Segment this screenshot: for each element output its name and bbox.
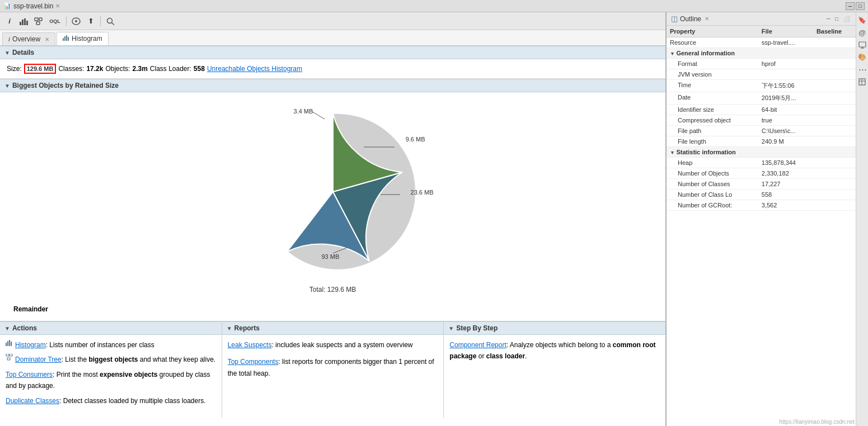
dominator-icon [6, 354, 13, 361]
table-row[interactable]: Number of Classes17,227 [667, 179, 856, 190]
details-section-header[interactable]: ▼ Details [0, 46, 665, 59]
table-row[interactable]: JVM version [667, 69, 856, 80]
tab-histogram[interactable]: Histogram [57, 32, 109, 45]
svg-rect-23 [6, 354, 9, 356]
histogram-tab-icon [63, 35, 69, 42]
action-top-consumers: Top Consumers: Print the most expensive … [6, 369, 216, 392]
svg-point-9 [107, 18, 112, 23]
remainder-label: Remainder [7, 302, 659, 316]
svg-rect-4 [35, 18, 38, 21]
oql-toolbar-btn[interactable]: OQL [47, 15, 63, 27]
biggest-chevron: ▼ [4, 83, 10, 89]
svg-rect-0 [20, 22, 21, 25]
histogram-toolbar-btn[interactable] [18, 15, 30, 27]
outline-maximize-btn[interactable]: ⬜ [841, 15, 851, 22]
table-sidebar-icon[interactable] [857, 76, 868, 87]
label-96mb: 9.6 MB [406, 136, 425, 143]
heap-toolbar-btn[interactable] [70, 15, 82, 27]
reports-header[interactable]: ▼ Reports [222, 322, 444, 335]
tab-close-title[interactable]: ✕ [55, 3, 60, 9]
label-34mb: 3.4 MB [294, 108, 313, 115]
svg-rect-14 [68, 37, 69, 41]
dominator-action-link[interactable]: Dominator Tree [15, 356, 62, 363]
objects-label: Objects: [105, 65, 130, 73]
outline-tab-close[interactable]: ✕ [705, 16, 709, 22]
title-bar-text: ssp-travel.bin [13, 2, 53, 10]
overview-tab-label: Overview [12, 35, 40, 43]
restore-btn[interactable]: □ [856, 2, 865, 10]
monitor-sidebar-icon[interactable] [857, 39, 868, 50]
dominator-toolbar-btn[interactable] [32, 15, 45, 27]
palette-sidebar-icon[interactable]: 🎨 [857, 51, 868, 63]
table-row[interactable]: File length240.9 M [667, 136, 856, 147]
table-row[interactable]: Number of Class Lo558 [667, 190, 856, 200]
col-property: Property [667, 26, 758, 37]
overview-tab-close[interactable]: ✕ [45, 36, 49, 42]
action-dominator: Dominator Tree: List the biggest objects… [6, 354, 216, 365]
table-row[interactable]: Time下午1:55:06 [667, 80, 856, 92]
svg-line-10 [111, 22, 114, 25]
dots-sidebar-icon[interactable]: ⋯ [857, 64, 868, 75]
size-label: Size: [7, 65, 22, 73]
table-row[interactable]: Number of Objects2,330,182 [667, 168, 856, 179]
tab-overview[interactable]: i Overview ✕ [2, 32, 55, 45]
top-consumers-link[interactable]: Top Consumers [6, 371, 53, 378]
component-report-link[interactable]: Component Report [449, 341, 506, 349]
histogram-tab-label: Histogram [72, 35, 102, 42]
col-file: File [758, 26, 813, 37]
outline-restore-btn[interactable]: □ [833, 15, 840, 22]
svg-rect-2 [24, 18, 26, 25]
actions-title: Actions [12, 324, 37, 332]
unreachable-link[interactable]: Unreachable Objects Histogram [207, 65, 302, 73]
classes-value: 17.2k [86, 65, 103, 73]
bookmark-sidebar-icon[interactable]: 🔖 [857, 15, 868, 26]
classes-label: Classes: [58, 65, 84, 73]
table-row[interactable]: Identifier size64-bit [667, 105, 856, 115]
col-baseline: Baseline [813, 26, 856, 37]
reports-chevron: ▼ [227, 325, 232, 332]
chart-total-label: Total: 129.6 MB [309, 286, 356, 294]
table-row[interactable]: Date2019年5月... [667, 92, 856, 105]
histogram-action-link[interactable]: Histogram [15, 341, 46, 349]
table-row[interactable]: Number of GCRoot:3,562 [667, 200, 856, 211]
info-toolbar-btn[interactable]: i [3, 15, 16, 27]
step-chevron: ▼ [448, 325, 454, 332]
svg-rect-6 [36, 22, 40, 25]
export-toolbar-btn[interactable]: ⬆ [85, 15, 97, 27]
step-by-step-header[interactable]: ▼ Step By Step [444, 322, 665, 335]
biggest-objects-section-header[interactable]: ▼ Biggest Objects by Retained Size [0, 79, 665, 92]
size-value: 129.6 MB [24, 64, 57, 74]
svg-rect-20 [7, 341, 8, 346]
table-row[interactable]: File pathC:\Users\c... [667, 126, 856, 136]
action-duplicate-classes: Duplicate Classes: Detect classes loaded… [6, 395, 216, 406]
svg-line-18 [311, 111, 325, 119]
svg-rect-26 [859, 42, 866, 47]
search-toolbar-btn[interactable] [104, 15, 116, 27]
table-row[interactable]: Resourcessp-travel.... [667, 37, 856, 48]
leak-suspects-link[interactable]: Leak Suspects [228, 341, 272, 349]
actions-chevron: ▼ [4, 325, 10, 332]
report-leak-suspects: Leak Suspects: includes leak suspects an… [228, 339, 438, 351]
reports-title: Reports [234, 324, 260, 332]
table-row[interactable]: ▼ Statistic information [667, 147, 856, 158]
table-row[interactable]: ▼ General information [667, 48, 856, 59]
action-histogram: Histogram: Lists number of instances per… [6, 339, 216, 351]
step-by-step-title: Step By Step [456, 324, 498, 332]
at-sidebar-icon[interactable]: @ [857, 27, 868, 38]
table-row[interactable]: Formathprof [667, 59, 856, 69]
details-title: Details [12, 49, 34, 56]
outline-panel-icon: ◫ [671, 15, 678, 23]
svg-rect-19 [6, 343, 7, 346]
svg-rect-11 [63, 38, 64, 41]
table-row[interactable]: Compressed objecttrue [667, 115, 856, 126]
svg-point-8 [75, 20, 77, 22]
svg-rect-12 [64, 36, 65, 41]
top-components-link[interactable]: Top Components [228, 358, 279, 366]
table-row[interactable]: Heap135,878,344 [667, 158, 856, 168]
duplicate-classes-link[interactable]: Duplicate Classes [6, 397, 59, 405]
actions-header[interactable]: ▼ Actions [0, 322, 222, 335]
minimize-btn[interactable]: ─ [846, 2, 855, 10]
reports-section: ▼ Reports Leak Suspects: includes leak s… [222, 322, 444, 418]
svg-rect-22 [11, 342, 12, 346]
outline-minimize-btn[interactable]: ─ [825, 15, 832, 22]
